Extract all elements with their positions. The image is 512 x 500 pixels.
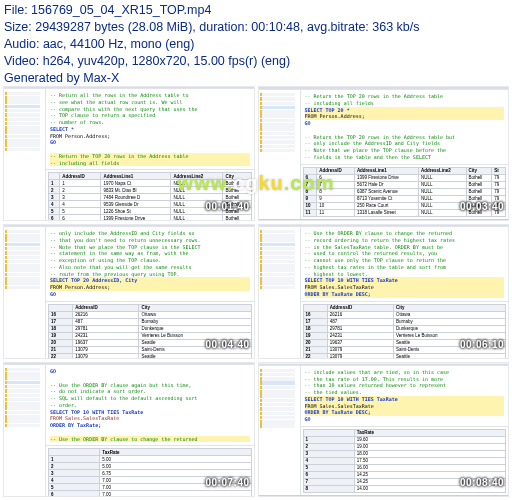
table-row[interactable]: 661399 Firestone DriveNULLBothell79 [303,174,506,181]
tree-item[interactable] [5,424,40,428]
tree-item[interactable] [5,411,40,415]
table-row[interactable]: 17487Burnaby [49,318,252,325]
tree-item[interactable] [260,390,295,394]
sql-editor[interactable]: -- only include the AddressID and City f… [46,227,254,302]
column-header[interactable]: City [139,304,251,311]
column-header[interactable] [303,167,317,174]
sql-editor[interactable]: -- Return all the rows in the Address ta… [46,89,254,170]
tree-item[interactable] [5,126,40,130]
object-explorer[interactable] [4,89,46,221]
tree-item[interactable] [260,123,295,127]
tree-item[interactable] [5,109,40,113]
tree-item[interactable] [5,118,40,122]
object-explorer[interactable] [4,365,46,497]
tree-item[interactable] [260,149,295,153]
table-row[interactable]: 17487Burnaby [303,318,506,325]
table-row[interactable]: 1626216Ottawa [303,311,506,318]
tree-item[interactable] [260,386,295,390]
sql-editor[interactable]: -- Use the ORDER BY clause to change the… [301,227,509,302]
result-table[interactable]: AddressIDCity1626216Ottawa17487Burnaby18… [303,304,507,360]
result-table[interactable]: TaxRate15.0025.0036.7547.0057.0067.0077.… [48,448,252,497]
tree-item[interactable] [5,268,40,272]
tree-item[interactable] [5,394,40,398]
table-row[interactable]: 2213079Seattle [303,353,506,359]
tree-item[interactable] [260,377,295,381]
tree-item[interactable] [260,412,295,416]
column-header[interactable] [49,449,100,456]
column-header[interactable]: AddressID [60,173,101,180]
tree-item[interactable] [5,402,40,406]
tree-item[interactable] [260,424,295,428]
tree-item[interactable] [260,114,295,118]
tree-item[interactable] [5,234,40,238]
tree-item[interactable] [260,247,295,251]
tree-item[interactable] [260,264,295,268]
column-header[interactable]: City [223,173,251,180]
column-header[interactable]: TaxRate [354,429,505,436]
tree-item[interactable] [5,372,40,376]
column-header[interactable]: AddressID [73,304,139,311]
column-header[interactable]: City [466,167,492,174]
tree-item[interactable] [5,100,40,104]
table-row[interactable]: 661399 Firestone DriveNULLBothell [49,215,252,221]
tree-item[interactable] [5,273,40,277]
tree-item[interactable] [260,394,295,398]
column-header[interactable]: AddressLine1 [354,167,418,174]
tree-item[interactable] [5,139,40,143]
column-header[interactable]: AddressID [327,304,393,311]
tree-item[interactable] [260,230,295,234]
tree-item[interactable] [260,234,295,238]
tree-item[interactable] [260,106,295,110]
tree-item[interactable] [260,399,295,403]
column-header[interactable] [49,304,73,311]
tree-item[interactable] [5,260,40,264]
results-grid[interactable]: TaxRate15.0025.0036.7547.0057.0067.0077.… [46,446,254,497]
table-row[interactable]: 1829781Dunkerque [49,325,252,332]
tree-item[interactable] [260,420,295,424]
tree-item[interactable] [5,406,40,410]
tree-item[interactable] [260,403,295,407]
tree-item[interactable] [260,140,295,144]
tree-item[interactable] [5,148,40,152]
column-header[interactable]: AddressLine2 [418,167,466,174]
tree-item[interactable] [5,389,40,393]
column-header[interactable]: TaxRate [100,449,251,456]
tree-item[interactable] [5,256,40,260]
tree-item[interactable] [260,256,295,260]
tree-item[interactable] [5,398,40,402]
table-row[interactable]: 1924231Verrieres Le Buisson [303,332,506,339]
tree-item[interactable] [260,102,295,106]
column-header[interactable] [303,304,327,311]
tree-item[interactable] [260,145,295,149]
tree-item[interactable] [5,277,40,281]
tree-item[interactable] [260,127,295,131]
tree-item[interactable] [5,385,40,389]
tree-item[interactable] [5,143,40,147]
tree-item[interactable] [260,132,295,136]
sql-editor[interactable]: -- Return the TOP 20 rows in the Address… [301,90,509,165]
tree-item[interactable] [260,243,295,247]
table-row[interactable]: 886387 Scenic AvenueNULLBothell79 [303,188,506,195]
column-header[interactable] [303,429,354,436]
tree-item[interactable] [260,97,295,101]
tree-item[interactable] [260,416,295,420]
tree-item[interactable] [260,369,295,373]
table-row[interactable]: 15.00 [49,456,252,463]
tree-item[interactable] [260,260,295,264]
object-explorer[interactable] [4,227,46,359]
table-row[interactable]: 417.50 [303,457,506,464]
table-row[interactable]: 516.00 [303,464,506,471]
tree-item[interactable] [260,238,295,242]
object-explorer[interactable] [259,90,301,219]
column-header[interactable]: AddressID [317,167,355,174]
tree-item[interactable] [260,110,295,114]
tree-item[interactable] [5,419,40,423]
tree-item[interactable] [260,136,295,140]
tree-item[interactable] [5,96,40,100]
tree-item[interactable] [5,286,40,290]
tree-item[interactable] [5,130,40,134]
tree-item[interactable] [260,268,295,272]
tree-item[interactable] [260,286,295,290]
column-header[interactable] [49,173,60,180]
tree-item[interactable] [5,368,40,372]
